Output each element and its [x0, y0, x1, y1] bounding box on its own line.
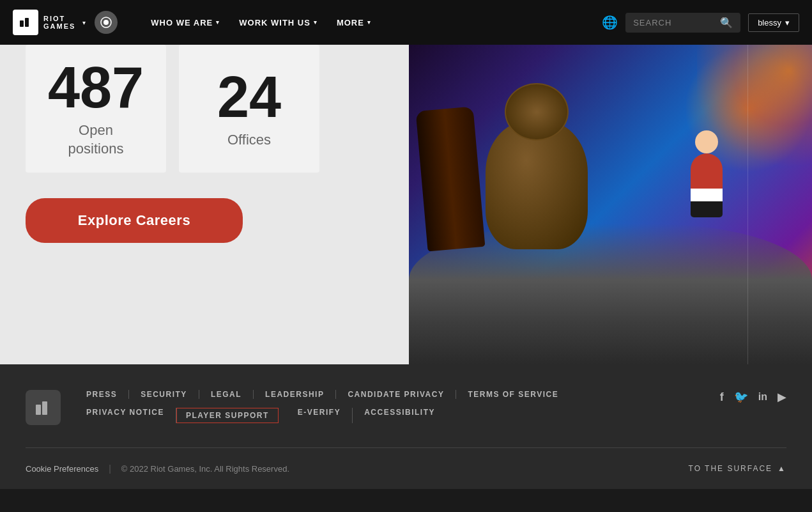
footer-link-everify[interactable]: E-VERIFY — [286, 408, 353, 423]
footer-separator: | — [109, 463, 111, 474]
footer-link-player-support[interactable]: PLAYER SUPPORT — [176, 408, 279, 423]
cookie-preferences-link[interactable]: Cookie Preferences — [26, 464, 98, 474]
chevron-down-icon: ▾ — [216, 19, 220, 26]
footer-link-press[interactable]: PRESS — [86, 390, 129, 399]
scene-creature-body — [486, 121, 588, 249]
svg-point-3 — [103, 20, 109, 25]
footer-link-security[interactable]: SECURITY — [129, 390, 199, 399]
chevron-down-icon: ▾ — [314, 19, 318, 26]
explore-careers-button[interactable]: Explore Careers — [26, 198, 243, 243]
back-to-top-button[interactable]: TO THE SURFACE ▲ — [689, 464, 786, 473]
open-positions-label: Openpositions — [68, 121, 124, 158]
nav-more[interactable]: MORE ▾ — [329, 13, 379, 33]
stat-open-positions: 487 Openpositions — [26, 45, 166, 173]
search-icon[interactable]: 🔍 — [720, 17, 733, 29]
search-bar[interactable]: SEARCH 🔍 — [625, 13, 740, 33]
footer-link-leadership[interactable]: LEADERSHIP — [254, 390, 336, 399]
arrow-up-icon: ▲ — [778, 464, 786, 473]
logo-text: RIOT GAMES — [43, 15, 75, 30]
user-chevron-icon: ▾ — [785, 18, 790, 27]
scene-creature-head — [505, 83, 569, 141]
footer-top: PRESS SECURITY LEGAL LEADERSHIP CANDIDAT… — [26, 390, 786, 432]
hero-section: 487 Openpositions 24 Offices Explore Car… — [0, 45, 812, 364]
footer-divider — [26, 447, 786, 448]
navbar: RIOT GAMES ▾ WHO WE ARE ▾ WORK WITH US ▾… — [0, 0, 812, 45]
scene-divider — [747, 45, 748, 364]
footer-link-legal[interactable]: LEGAL — [199, 390, 254, 399]
stats-row: 487 Openpositions 24 Offices — [26, 45, 383, 173]
hero-image — [409, 45, 812, 364]
offices-number: 24 — [217, 68, 281, 126]
chevron-down-icon: ▾ — [367, 19, 371, 26]
linkedin-icon[interactable]: in — [758, 391, 767, 403]
scene-flame-glow — [697, 45, 812, 173]
riot-logo-icon — [13, 10, 38, 35]
nav-work-with-us[interactable]: WORK WITH US ▾ — [231, 13, 325, 33]
nav-links: WHO WE ARE ▾ WORK WITH US ▾ MORE ▾ — [143, 13, 589, 33]
footer-links-row-1: PRESS SECURITY LEGAL LEADERSHIP CANDIDAT… — [86, 390, 694, 399]
secondary-logo[interactable] — [95, 11, 118, 34]
nav-right: 🌐 SEARCH 🔍 blessy ▾ — [602, 13, 799, 33]
logo-dropdown-icon[interactable]: ▾ — [82, 19, 86, 26]
hero-left: 487 Openpositions 24 Offices Explore Car… — [0, 45, 409, 364]
youtube-icon[interactable]: ▶ — [778, 390, 786, 404]
footer-bottom: Cookie Preferences | © 2022 Riot Games, … — [26, 463, 786, 489]
scene-tree-stump — [416, 106, 486, 251]
svg-rect-5 — [42, 401, 47, 415]
footer-links-row-2: PRIVACY NOTICE PLAYER SUPPORT E-VERIFY A… — [86, 408, 694, 423]
search-placeholder: SEARCH — [633, 18, 715, 27]
offices-label: Offices — [227, 131, 271, 150]
nav-who-we-are[interactable]: WHO WE ARE ▾ — [143, 13, 227, 33]
svg-rect-0 — [20, 20, 24, 27]
footer-link-terms[interactable]: TERMS OF SERVICE — [456, 390, 570, 399]
footer: PRESS SECURITY LEGAL LEADERSHIP CANDIDAT… — [0, 364, 812, 489]
open-positions-number: 487 — [48, 59, 144, 116]
svg-rect-4 — [36, 405, 41, 415]
navbar-logo: RIOT GAMES ▾ — [13, 10, 118, 35]
footer-link-privacy-notice[interactable]: PRIVACY NOTICE — [86, 408, 176, 423]
twitter-icon[interactable]: 🐦 — [734, 390, 748, 404]
footer-link-accessibility[interactable]: ACCESSIBILITY — [353, 408, 447, 423]
svg-rect-1 — [25, 18, 29, 27]
footer-link-candidate-privacy[interactable]: CANDIDATE PRIVACY — [336, 390, 456, 399]
facebook-icon[interactable]: f — [720, 391, 724, 404]
copyright-text: © 2022 Riot Games, Inc. All Rights Reser… — [121, 464, 289, 474]
footer-links-group: PRESS SECURITY LEGAL LEADERSHIP CANDIDAT… — [86, 390, 694, 432]
footer-logo — [26, 390, 61, 425]
stat-offices: 24 Offices — [179, 45, 319, 173]
globe-icon[interactable]: 🌐 — [602, 15, 618, 30]
footer-bottom-left: Cookie Preferences | © 2022 Riot Games, … — [26, 463, 289, 474]
footer-socials: f 🐦 in ▶ — [720, 390, 786, 404]
user-menu-button[interactable]: blessy ▾ — [748, 13, 799, 32]
